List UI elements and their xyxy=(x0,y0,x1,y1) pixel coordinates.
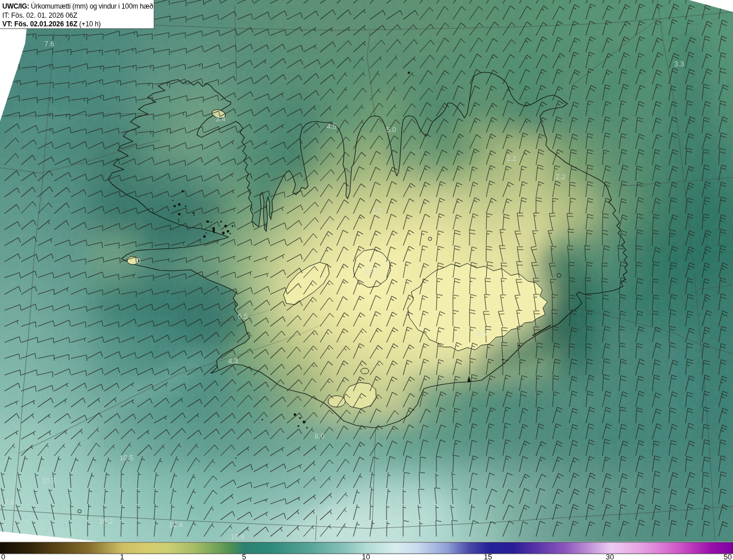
svg-text:UWC/IG: Úrkomumætti (mm) og vi: UWC/IG: Úrkomumætti (mm) og vindur i 100… xyxy=(2,2,153,10)
svg-text:50: 50 xyxy=(724,553,732,560)
svg-text:10.5: 10.5 xyxy=(120,454,133,462)
svg-text:1.7: 1.7 xyxy=(372,207,381,215)
svg-text:7.6: 7.6 xyxy=(44,40,54,48)
svg-text:15: 15 xyxy=(484,553,492,560)
svg-text:2.2: 2.2 xyxy=(506,155,516,163)
svg-text:10.6: 10.6 xyxy=(231,533,245,541)
svg-text:5.0: 5.0 xyxy=(386,126,396,134)
svg-text:3.4: 3.4 xyxy=(215,115,225,123)
svg-text:3.3: 3.3 xyxy=(674,60,684,68)
svg-text:10.4: 10.4 xyxy=(169,521,183,529)
svg-text:10: 10 xyxy=(362,553,370,560)
svg-text:10.3: 10.3 xyxy=(42,477,56,485)
svg-text:7.8: 7.8 xyxy=(5,498,14,506)
svg-text:5.5: 5.5 xyxy=(238,313,247,321)
svg-text:2.2: 2.2 xyxy=(555,173,565,181)
svg-text:VT: Fös. 02.01.2026 16Z (+10 h: VT: Fös. 02.01.2026 16Z (+10 h) xyxy=(2,20,101,28)
svg-text:30: 30 xyxy=(606,553,614,560)
svg-text:1.4: 1.4 xyxy=(364,267,374,275)
svg-text:4.5: 4.5 xyxy=(326,123,336,131)
svg-text:4.3: 4.3 xyxy=(228,357,238,365)
svg-text:5: 5 xyxy=(242,553,246,560)
svg-text:1: 1 xyxy=(120,553,124,560)
svg-text:10.2: 10.2 xyxy=(99,518,113,526)
svg-text:0: 0 xyxy=(1,553,5,560)
svg-text:4.0: 4.0 xyxy=(131,257,140,265)
svg-text:8.0: 8.0 xyxy=(314,432,324,440)
svg-text:IT: Fös. 02. 01. 2026 06Z: IT: Fös. 02. 01. 2026 06Z xyxy=(2,11,77,19)
svg-text:0.6: 0.6 xyxy=(476,330,486,338)
